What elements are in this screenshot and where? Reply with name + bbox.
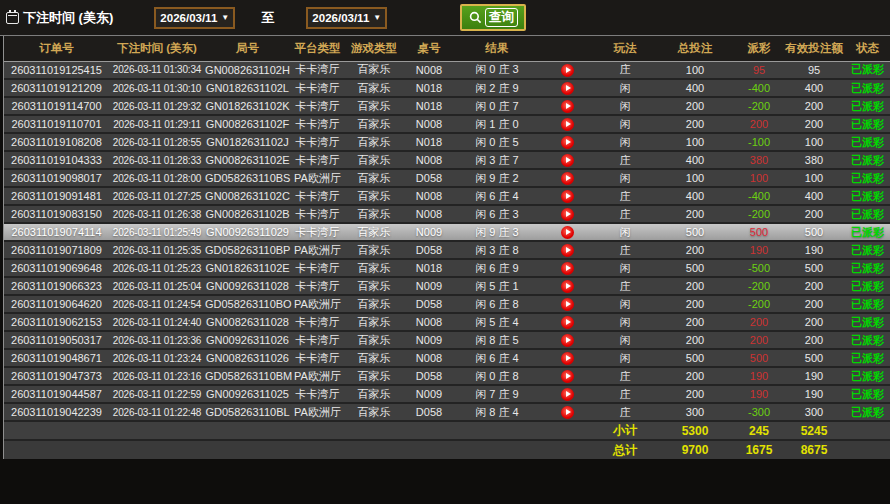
- cell-total-bet: 200: [655, 97, 735, 115]
- play-video-icon[interactable]: [561, 388, 574, 401]
- cell-game: 百家乐: [345, 295, 403, 313]
- cell-play: 闲: [595, 295, 655, 313]
- grand-total-row-status-empty: [845, 440, 890, 459]
- table-row[interactable]: 2603110190422392026-03-11 01:22:48GD0582…: [4, 403, 890, 421]
- play-video-icon[interactable]: [561, 100, 574, 113]
- table-row[interactable]: 2603110190473732026-03-11 01:23:16GD0582…: [4, 367, 890, 385]
- cell-round: GD058263110BS: [205, 169, 290, 187]
- table-row[interactable]: 2603110191043332026-03-11 01:28:33GN0082…: [4, 151, 890, 169]
- cell-table-no: D058: [403, 403, 455, 421]
- table-row[interactable]: 2603110190914812026-03-11 01:27:25GN0082…: [4, 187, 890, 205]
- table-row[interactable]: 2603110190696482026-03-11 01:25:23GN0182…: [4, 259, 890, 277]
- cell-payout: 380: [735, 151, 783, 169]
- cell-valid-bet: 200: [783, 295, 845, 313]
- cell-platform: PA欧洲厅: [290, 367, 345, 385]
- subtotal-row-status-empty: [845, 421, 890, 440]
- search-button[interactable]: 查询: [460, 4, 526, 31]
- cell-payout: -400: [735, 79, 783, 97]
- cell-order: 260311019110701: [4, 115, 109, 133]
- cell-round: GD058263110BL: [205, 403, 290, 421]
- column-header-payout: 派彩: [735, 36, 783, 61]
- table-row[interactable]: 2603110190980172026-03-11 01:28:00GD0582…: [4, 169, 890, 187]
- cell-payout: 500: [735, 223, 783, 241]
- cell-game: 百家乐: [345, 169, 403, 187]
- cell-total-bet: 400: [655, 151, 735, 169]
- play-video-icon[interactable]: [561, 136, 574, 149]
- table-row[interactable]: 2603110190663232026-03-11 01:25:04GN0092…: [4, 277, 890, 295]
- cell-valid-bet: 500: [783, 349, 845, 367]
- table-row[interactable]: 2603110190741142026-03-11 01:25:49GN0092…: [4, 223, 890, 241]
- play-video-icon[interactable]: [561, 154, 574, 167]
- cell-table-no: N018: [403, 79, 455, 97]
- table-row[interactable]: 2603110191254152026-03-11 01:30:34GN0082…: [4, 61, 890, 79]
- play-video-icon[interactable]: [561, 190, 574, 203]
- cell-platform: 卡卡湾厅: [290, 115, 345, 133]
- cell-play: 庄: [595, 187, 655, 205]
- cell-result: 闲 9 庄 2: [455, 169, 539, 187]
- play-video-icon[interactable]: [561, 244, 574, 257]
- cell-game: 百家乐: [345, 241, 403, 259]
- cell-game: 百家乐: [345, 403, 403, 421]
- play-video-icon[interactable]: [561, 208, 574, 221]
- cell-payout: -300: [735, 403, 783, 421]
- cell-game: 百家乐: [345, 205, 403, 223]
- cell-round: GN00826311026: [205, 349, 290, 367]
- play-video-icon[interactable]: [561, 262, 574, 275]
- cell-result: 闲 3 庄 8: [455, 241, 539, 259]
- table-row[interactable]: 2603110191107012026-03-11 01:29:11GN0082…: [4, 115, 890, 133]
- table-row[interactable]: 2603110190718092026-03-11 01:25:35GD0582…: [4, 241, 890, 259]
- cell-play: 闲: [595, 349, 655, 367]
- cell-result: 闲 6 庄 8: [455, 295, 539, 313]
- cell-table-no: N009: [403, 223, 455, 241]
- table-row[interactable]: 2603110190503172026-03-11 01:23:36GN0092…: [4, 331, 890, 349]
- play-video-icon[interactable]: [561, 226, 574, 239]
- table-row[interactable]: 2603110190646202026-03-11 01:24:54GD0582…: [4, 295, 890, 313]
- play-video-icon[interactable]: [561, 370, 574, 383]
- cell-order: 260311019083150: [4, 205, 109, 223]
- cell-game: 百家乐: [345, 367, 403, 385]
- cell-platform: PA欧洲厅: [290, 403, 345, 421]
- cell-result: 闲 5 庄 1: [455, 277, 539, 295]
- cell-platform: 卡卡湾厅: [290, 223, 345, 241]
- cell-valid-bet: 190: [783, 241, 845, 259]
- cell-order: 260311019069648: [4, 259, 109, 277]
- cell-status: 已派彩: [845, 385, 890, 403]
- play-video-icon[interactable]: [561, 64, 574, 77]
- cell-game: 百家乐: [345, 79, 403, 97]
- filter-bar: 下注时间 (美东) 2026/03/11 ▼ 至 2026/03/11 ▼ 查询: [0, 0, 890, 36]
- table-row[interactable]: 2603110190831502026-03-11 01:26:38GN0082…: [4, 205, 890, 223]
- cell-play: 庄: [595, 151, 655, 169]
- cell-play: 庄: [595, 205, 655, 223]
- play-video-icon[interactable]: [561, 298, 574, 311]
- play-video-icon[interactable]: [561, 406, 574, 419]
- table-row[interactable]: 2603110191082082026-03-11 01:28:55GN0182…: [4, 133, 890, 151]
- play-video-icon[interactable]: [561, 280, 574, 293]
- cell-status: 已派彩: [845, 403, 890, 421]
- column-header-table-no: 桌号: [403, 36, 455, 61]
- table-row[interactable]: 2603110190486712026-03-11 01:23:24GN0082…: [4, 349, 890, 367]
- cell-platform: 卡卡湾厅: [290, 349, 345, 367]
- cell-action: [539, 133, 595, 151]
- play-video-icon[interactable]: [561, 118, 574, 131]
- cell-round: GN00926311028: [205, 277, 290, 295]
- play-video-icon[interactable]: [561, 172, 574, 185]
- cell-platform: 卡卡湾厅: [290, 205, 345, 223]
- play-video-icon[interactable]: [561, 82, 574, 95]
- cell-round: GN0082631102E: [205, 151, 290, 169]
- table-row[interactable]: 2603110191212092026-03-11 01:30:10GN0182…: [4, 79, 890, 97]
- cell-total-bet: 200: [655, 313, 735, 331]
- cell-valid-bet: 380: [783, 151, 845, 169]
- table-row[interactable]: 2603110191147002026-03-11 01:29:32GN0182…: [4, 97, 890, 115]
- play-video-icon[interactable]: [561, 352, 574, 365]
- cell-total-bet: 100: [655, 169, 735, 187]
- table-row[interactable]: 2603110190621532026-03-11 01:24:40GN0082…: [4, 313, 890, 331]
- cell-table-no: N008: [403, 151, 455, 169]
- cell-status: 已派彩: [845, 133, 890, 151]
- search-button-label: 查询: [485, 8, 518, 27]
- date-to-select[interactable]: 2026/03/11 ▼: [306, 7, 387, 29]
- play-video-icon[interactable]: [561, 316, 574, 329]
- cell-result: 闲 6 庄 4: [455, 349, 539, 367]
- date-from-select[interactable]: 2026/03/11 ▼: [154, 7, 235, 29]
- table-row[interactable]: 2603110190445872026-03-11 01:22:59GN0092…: [4, 385, 890, 403]
- play-video-icon[interactable]: [561, 334, 574, 347]
